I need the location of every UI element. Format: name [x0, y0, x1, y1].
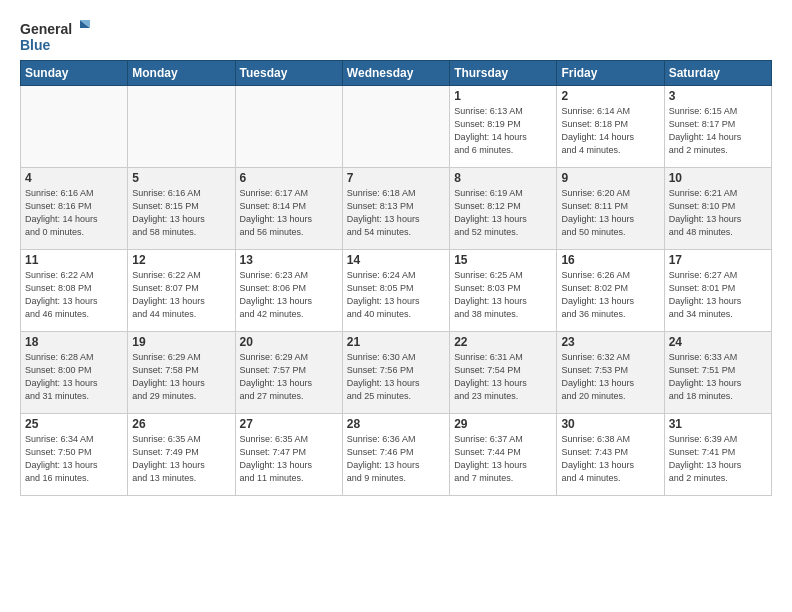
- day-info: Sunrise: 6:38 AM Sunset: 7:43 PM Dayligh…: [561, 433, 659, 485]
- logo: General Blue: [20, 16, 90, 56]
- calendar-cell: 30Sunrise: 6:38 AM Sunset: 7:43 PM Dayli…: [557, 414, 664, 496]
- weekday-wednesday: Wednesday: [342, 61, 449, 86]
- calendar-cell: [235, 86, 342, 168]
- page: General Blue SundayMondayTuesdayWednesda…: [0, 0, 792, 506]
- day-number: 4: [25, 171, 123, 185]
- day-number: 23: [561, 335, 659, 349]
- calendar-cell: 12Sunrise: 6:22 AM Sunset: 8:07 PM Dayli…: [128, 250, 235, 332]
- day-info: Sunrise: 6:16 AM Sunset: 8:15 PM Dayligh…: [132, 187, 230, 239]
- day-info: Sunrise: 6:22 AM Sunset: 8:07 PM Dayligh…: [132, 269, 230, 321]
- day-info: Sunrise: 6:21 AM Sunset: 8:10 PM Dayligh…: [669, 187, 767, 239]
- calendar-cell: [342, 86, 449, 168]
- day-info: Sunrise: 6:37 AM Sunset: 7:44 PM Dayligh…: [454, 433, 552, 485]
- weekday-monday: Monday: [128, 61, 235, 86]
- day-info: Sunrise: 6:35 AM Sunset: 7:49 PM Dayligh…: [132, 433, 230, 485]
- day-number: 11: [25, 253, 123, 267]
- calendar-cell: 24Sunrise: 6:33 AM Sunset: 7:51 PM Dayli…: [664, 332, 771, 414]
- calendar-cell: 4Sunrise: 6:16 AM Sunset: 8:16 PM Daylig…: [21, 168, 128, 250]
- weekday-thursday: Thursday: [450, 61, 557, 86]
- calendar-cell: 17Sunrise: 6:27 AM Sunset: 8:01 PM Dayli…: [664, 250, 771, 332]
- day-number: 15: [454, 253, 552, 267]
- weekday-sunday: Sunday: [21, 61, 128, 86]
- calendar-cell: 10Sunrise: 6:21 AM Sunset: 8:10 PM Dayli…: [664, 168, 771, 250]
- day-info: Sunrise: 6:31 AM Sunset: 7:54 PM Dayligh…: [454, 351, 552, 403]
- day-info: Sunrise: 6:19 AM Sunset: 8:12 PM Dayligh…: [454, 187, 552, 239]
- weekday-header-row: SundayMondayTuesdayWednesdayThursdayFrid…: [21, 61, 772, 86]
- week-row-3: 11Sunrise: 6:22 AM Sunset: 8:08 PM Dayli…: [21, 250, 772, 332]
- day-info: Sunrise: 6:34 AM Sunset: 7:50 PM Dayligh…: [25, 433, 123, 485]
- day-number: 27: [240, 417, 338, 431]
- calendar-cell: [21, 86, 128, 168]
- calendar-cell: 28Sunrise: 6:36 AM Sunset: 7:46 PM Dayli…: [342, 414, 449, 496]
- day-number: 2: [561, 89, 659, 103]
- day-info: Sunrise: 6:22 AM Sunset: 8:08 PM Dayligh…: [25, 269, 123, 321]
- calendar-cell: 19Sunrise: 6:29 AM Sunset: 7:58 PM Dayli…: [128, 332, 235, 414]
- day-info: Sunrise: 6:20 AM Sunset: 8:11 PM Dayligh…: [561, 187, 659, 239]
- week-row-5: 25Sunrise: 6:34 AM Sunset: 7:50 PM Dayli…: [21, 414, 772, 496]
- day-number: 13: [240, 253, 338, 267]
- day-number: 19: [132, 335, 230, 349]
- day-info: Sunrise: 6:13 AM Sunset: 8:19 PM Dayligh…: [454, 105, 552, 157]
- header: General Blue: [20, 16, 772, 56]
- day-number: 21: [347, 335, 445, 349]
- day-number: 12: [132, 253, 230, 267]
- calendar-cell: 3Sunrise: 6:15 AM Sunset: 8:17 PM Daylig…: [664, 86, 771, 168]
- day-info: Sunrise: 6:35 AM Sunset: 7:47 PM Dayligh…: [240, 433, 338, 485]
- calendar-cell: 23Sunrise: 6:32 AM Sunset: 7:53 PM Dayli…: [557, 332, 664, 414]
- day-number: 25: [25, 417, 123, 431]
- day-number: 18: [25, 335, 123, 349]
- calendar-cell: 11Sunrise: 6:22 AM Sunset: 8:08 PM Dayli…: [21, 250, 128, 332]
- day-info: Sunrise: 6:28 AM Sunset: 8:00 PM Dayligh…: [25, 351, 123, 403]
- day-number: 1: [454, 89, 552, 103]
- calendar-cell: 22Sunrise: 6:31 AM Sunset: 7:54 PM Dayli…: [450, 332, 557, 414]
- calendar-cell: 14Sunrise: 6:24 AM Sunset: 8:05 PM Dayli…: [342, 250, 449, 332]
- weekday-tuesday: Tuesday: [235, 61, 342, 86]
- day-info: Sunrise: 6:36 AM Sunset: 7:46 PM Dayligh…: [347, 433, 445, 485]
- calendar-cell: 13Sunrise: 6:23 AM Sunset: 8:06 PM Dayli…: [235, 250, 342, 332]
- day-number: 8: [454, 171, 552, 185]
- day-number: 5: [132, 171, 230, 185]
- day-info: Sunrise: 6:33 AM Sunset: 7:51 PM Dayligh…: [669, 351, 767, 403]
- day-number: 22: [454, 335, 552, 349]
- calendar-cell: 9Sunrise: 6:20 AM Sunset: 8:11 PM Daylig…: [557, 168, 664, 250]
- day-info: Sunrise: 6:26 AM Sunset: 8:02 PM Dayligh…: [561, 269, 659, 321]
- svg-text:General: General: [20, 21, 72, 37]
- day-info: Sunrise: 6:14 AM Sunset: 8:18 PM Dayligh…: [561, 105, 659, 157]
- calendar-cell: 8Sunrise: 6:19 AM Sunset: 8:12 PM Daylig…: [450, 168, 557, 250]
- day-number: 17: [669, 253, 767, 267]
- day-info: Sunrise: 6:27 AM Sunset: 8:01 PM Dayligh…: [669, 269, 767, 321]
- calendar-cell: 20Sunrise: 6:29 AM Sunset: 7:57 PM Dayli…: [235, 332, 342, 414]
- calendar-cell: 15Sunrise: 6:25 AM Sunset: 8:03 PM Dayli…: [450, 250, 557, 332]
- day-number: 29: [454, 417, 552, 431]
- day-number: 9: [561, 171, 659, 185]
- logo-svg: General Blue: [20, 16, 90, 56]
- day-number: 20: [240, 335, 338, 349]
- calendar-table: SundayMondayTuesdayWednesdayThursdayFrid…: [20, 60, 772, 496]
- day-number: 3: [669, 89, 767, 103]
- calendar-cell: 6Sunrise: 6:17 AM Sunset: 8:14 PM Daylig…: [235, 168, 342, 250]
- week-row-4: 18Sunrise: 6:28 AM Sunset: 8:00 PM Dayli…: [21, 332, 772, 414]
- svg-text:Blue: Blue: [20, 37, 51, 53]
- weekday-saturday: Saturday: [664, 61, 771, 86]
- calendar-cell: 1Sunrise: 6:13 AM Sunset: 8:19 PM Daylig…: [450, 86, 557, 168]
- calendar-cell: 31Sunrise: 6:39 AM Sunset: 7:41 PM Dayli…: [664, 414, 771, 496]
- day-info: Sunrise: 6:29 AM Sunset: 7:57 PM Dayligh…: [240, 351, 338, 403]
- calendar-cell: 5Sunrise: 6:16 AM Sunset: 8:15 PM Daylig…: [128, 168, 235, 250]
- day-number: 7: [347, 171, 445, 185]
- calendar-cell: 27Sunrise: 6:35 AM Sunset: 7:47 PM Dayli…: [235, 414, 342, 496]
- day-number: 14: [347, 253, 445, 267]
- calendar-cell: 29Sunrise: 6:37 AM Sunset: 7:44 PM Dayli…: [450, 414, 557, 496]
- day-info: Sunrise: 6:25 AM Sunset: 8:03 PM Dayligh…: [454, 269, 552, 321]
- day-number: 31: [669, 417, 767, 431]
- day-number: 6: [240, 171, 338, 185]
- day-info: Sunrise: 6:15 AM Sunset: 8:17 PM Dayligh…: [669, 105, 767, 157]
- day-info: Sunrise: 6:23 AM Sunset: 8:06 PM Dayligh…: [240, 269, 338, 321]
- week-row-2: 4Sunrise: 6:16 AM Sunset: 8:16 PM Daylig…: [21, 168, 772, 250]
- calendar-cell: 26Sunrise: 6:35 AM Sunset: 7:49 PM Dayli…: [128, 414, 235, 496]
- day-info: Sunrise: 6:39 AM Sunset: 7:41 PM Dayligh…: [669, 433, 767, 485]
- calendar-cell: 7Sunrise: 6:18 AM Sunset: 8:13 PM Daylig…: [342, 168, 449, 250]
- calendar-cell: [128, 86, 235, 168]
- day-info: Sunrise: 6:30 AM Sunset: 7:56 PM Dayligh…: [347, 351, 445, 403]
- day-info: Sunrise: 6:32 AM Sunset: 7:53 PM Dayligh…: [561, 351, 659, 403]
- calendar-cell: 18Sunrise: 6:28 AM Sunset: 8:00 PM Dayli…: [21, 332, 128, 414]
